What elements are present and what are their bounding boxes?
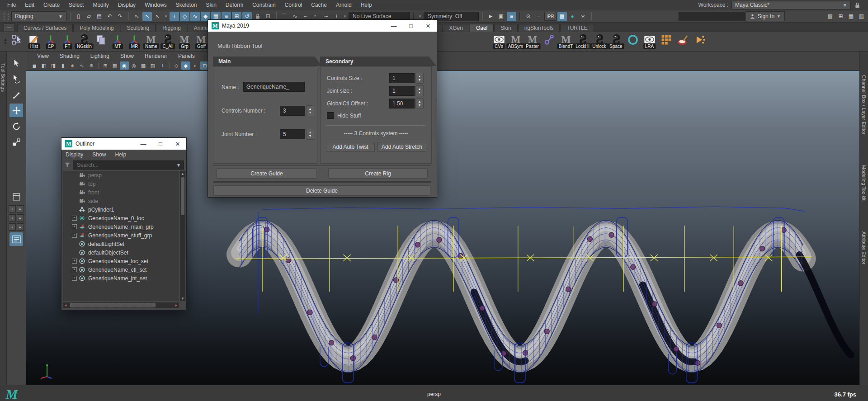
expand-icon[interactable]: + [72,216,77,221]
rotate-tool[interactable] [9,119,23,133]
save-scene-icon[interactable]: ▤ [94,12,104,21]
unlock-shelf-button[interactable]: Unlock [591,33,607,50]
scroll-up-arrow[interactable]: ▲ [180,171,185,176]
open-scene-icon[interactable]: ▱ [84,12,94,21]
lra-shelf-button[interactable]: LRA [642,33,657,50]
viewport-menu-renderer[interactable]: Renderer [139,53,173,59]
controls-number-stepper[interactable]: ▲▼ [306,105,314,116]
layout-mini-button[interactable]: + [9,223,16,231]
close-button[interactable]: ✕ [169,138,186,150]
shaded-mode-icon[interactable]: ◆ [181,61,190,70]
layout-mini-button[interactable]: ▸ [17,205,24,212]
outliner-menu-show[interactable]: Show [92,151,106,158]
outliner-vscrollbar[interactable]: ▲ ▼ [180,171,185,301]
grid-shelf-button[interactable] [658,33,674,50]
viewport-menu-view[interactable]: View [32,53,54,59]
shelf-menu-arrows[interactable]: ▲▼ [4,38,7,45]
textured-mode-icon[interactable]: ◐ [191,61,200,70]
controls-size-field[interactable]: 1 [389,73,415,83]
select-tool[interactable] [9,56,23,70]
menu-help[interactable]: Help [356,2,377,8]
grease-pencil-icon[interactable]: ⊕ [87,61,96,70]
shelf-tab-rigging[interactable]: Rigging [156,24,187,32]
display-layers-icon[interactable]: ⊙ [524,12,533,21]
camera-attributes-icon[interactable]: ◨ [49,61,58,70]
outliner-titlebar[interactable]: M Outliner — □ ✕ [61,138,186,150]
shelf-tab-xgen[interactable]: XGen [443,24,469,32]
shelf-tab-gael[interactable]: Gael [470,24,494,32]
minimize-button[interactable]: — [385,20,402,32]
maximize-button[interactable]: □ [402,20,420,32]
outliner-item[interactable]: +GeneriqueName_0_loc [63,214,179,222]
layout-mini-button[interactable]: + [9,205,16,212]
render-region-icon[interactable]: ▣ [496,12,506,21]
call-shelf-button[interactable]: C_All [160,33,176,50]
layout-mini-button[interactable]: ▸ [17,214,24,222]
global-offset-field[interactable]: 1.50 [389,99,415,109]
expand-icon[interactable]: + [72,224,77,229]
panel-layout-icon[interactable]: ▦ [846,12,856,21]
blank-icon[interactable]: ▫ [534,12,543,21]
tab-modeling-toolkit[interactable]: Modeling Toolkit [861,161,867,204]
image-plane-icon[interactable]: ∗ [68,61,77,70]
outliner-item[interactable]: +GeneriqueName_main_grp [63,222,179,231]
move-tool[interactable] [9,104,23,117]
workspace-lock-icon[interactable] [854,2,861,9]
paint-effects-icon[interactable]: ∗ [578,12,588,21]
sign-in-button[interactable]: Sign In▼ [745,11,785,21]
viewport-menu-shading[interactable]: Shading [54,53,85,59]
render-icon[interactable]: ► [486,12,495,21]
menu-file[interactable]: File [3,2,20,8]
lockhi-shelf-button[interactable]: LockHi [575,33,590,50]
wireframe-icon[interactable]: ◇ [172,61,181,70]
grid-toggle-icon[interactable]: ⊞ [101,61,110,70]
menu-constrain[interactable]: Constrain [248,2,280,8]
menu-control[interactable]: Control [280,2,307,8]
resolution-gate-icon[interactable]: ◉ [120,61,129,70]
outliner-item[interactable]: +GeneriqueName_ctl_set [63,265,179,274]
scroll-thumb[interactable] [181,177,184,215]
bookmark-icon[interactable]: ▮ [58,61,67,70]
maximize-button[interactable]: □ [152,138,169,150]
paint-select-tool[interactable] [9,88,23,101]
menu-cache[interactable]: Cache [307,2,331,8]
expand-icon[interactable]: + [72,267,77,272]
viewport-menu-lighting[interactable]: Lighting [85,53,115,59]
joint-number-stepper[interactable]: ▲▼ [306,129,314,140]
snap-curve-icon[interactable]: ◇ [180,12,189,21]
workspace-dropdown[interactable]: Maya Classic* ▼ [731,1,851,9]
render-settings-icon[interactable]: ≡ [507,12,516,21]
scroll-right-arrow[interactable]: ► [174,302,179,308]
gate-mask-icon[interactable]: ◎ [129,61,138,70]
redo-icon[interactable]: ↷ [115,12,125,21]
shelf-tab-ngskintools[interactable]: ngSkinTools [518,24,560,32]
expand-icon[interactable]: + [72,233,77,238]
controls-number-field[interactable]: 3 [280,106,305,116]
toolbar-grip[interactable] [4,13,9,20]
shelf-tab-curves-surfaces[interactable]: Curves / Surfaces [17,24,73,32]
blendt-shelf-button[interactable]: BlendT [558,33,574,50]
ngskin-shelf-button[interactable]: NGskin [76,33,92,50]
joint-tool-shelf-button[interactable] [541,33,557,50]
menu-deform[interactable]: Deform [221,2,248,8]
snap-grid-icon[interactable]: + [170,12,179,21]
outliner-item[interactable]: pCylinder1 [63,205,179,214]
outliner-item[interactable]: +GeneriqueName_loc_set [63,257,179,265]
paint-shelf-button[interactable] [675,33,691,50]
particles-shelf-button[interactable] [692,33,708,50]
joint-size-field[interactable]: 1 [389,86,415,96]
menu-skeleton[interactable]: Skeleton [171,2,202,8]
scale-tool[interactable] [9,135,23,149]
camera-select-icon[interactable]: ◼ [30,61,39,70]
render-view-icon[interactable]: ● [568,12,577,21]
outliner-search-field[interactable]: ▼ [73,160,184,170]
outliner-item[interactable]: front [63,188,179,197]
film-gate-icon[interactable]: ▦ [110,61,119,70]
outliner-item[interactable]: side [63,197,179,205]
scroll-down-arrow[interactable]: ▼ [180,296,185,301]
show-manipulators-icon[interactable]: ▧ [826,12,835,21]
mr-shelf-button[interactable]: MR [127,33,142,50]
pan-zoom-icon[interactable]: ∿ [77,61,86,70]
global-offset-stepper[interactable]: ▲▼ [415,98,424,109]
panel-layout-button[interactable] [9,232,23,246]
